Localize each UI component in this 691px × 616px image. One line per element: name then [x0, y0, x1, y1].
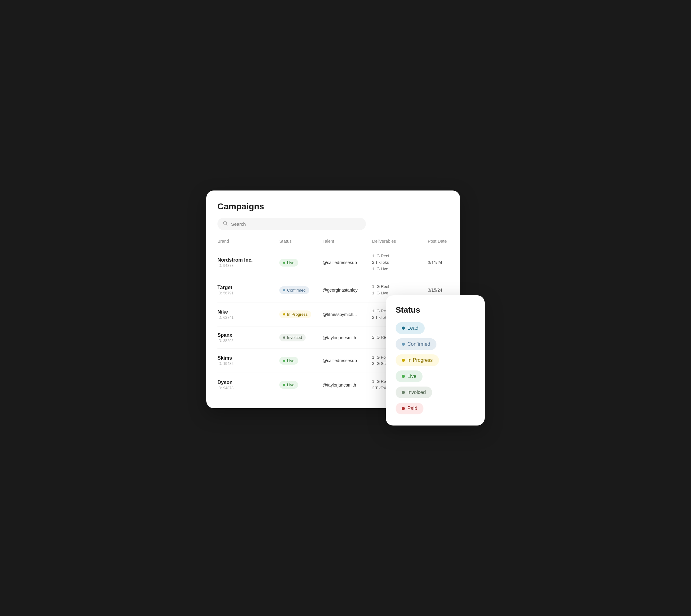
deliverables: 1 IG Reel1 IG Live: [372, 284, 428, 296]
brand-id: ID: 19482: [217, 361, 279, 366]
legend-label: Live: [407, 374, 416, 379]
brand-name: Spanx: [217, 332, 279, 338]
status-badge: Live: [279, 357, 298, 365]
legend-item-in-progress[interactable]: In Progress: [396, 354, 439, 366]
talent-handle: @georginastanley: [323, 288, 372, 292]
legend-label: In Progress: [407, 357, 433, 363]
status-badge: Invoiced: [279, 334, 306, 342]
legend-label: Lead: [407, 325, 418, 331]
status-dot: [283, 336, 285, 338]
status-legend-title: Status: [396, 305, 475, 315]
talent-handle: @taylorjanesmith: [323, 335, 372, 340]
page-title: Campaigns: [217, 202, 449, 212]
status-dot: [283, 289, 285, 291]
col-talent: Talent: [323, 239, 372, 244]
search-icon: [223, 221, 228, 227]
talent-handle: @fitnessbymich...: [323, 312, 372, 317]
legend-dot: [402, 327, 405, 330]
post-date: 3/15/24: [428, 288, 449, 292]
col-brand: Brand: [217, 239, 279, 244]
status-dot: [283, 313, 285, 315]
legend-item-confirmed[interactable]: Confirmed: [396, 338, 436, 350]
legend-dot: [402, 359, 405, 362]
post-date: 3/11/24: [428, 260, 449, 265]
brand-id: ID: 62741: [217, 315, 279, 320]
legend-label: Invoiced: [407, 390, 426, 395]
status-legend-list: LeadConfirmedIn ProgressLiveInvoicedPaid: [396, 322, 475, 414]
status-legend-card: Status LeadConfirmedIn ProgressLiveInvoi…: [386, 295, 485, 425]
status-badge: Live: [279, 381, 298, 389]
col-deliverables: Deliverables: [372, 239, 428, 244]
legend-dot: [402, 407, 405, 410]
legend-item-live[interactable]: Live: [396, 371, 423, 382]
status-badge: Confirmed: [279, 286, 309, 294]
brand-id: ID: 94878: [217, 263, 279, 268]
svg-line-1: [226, 224, 228, 225]
legend-dot: [402, 343, 405, 346]
table-row[interactable]: Nordstrom Inc. ID: 94878 Live@calliedres…: [217, 247, 449, 278]
status-badge: Live: [279, 259, 298, 267]
legend-label: Paid: [407, 406, 417, 411]
brand-name: Skims: [217, 355, 279, 361]
legend-dot: [402, 375, 405, 378]
status-dot: [283, 262, 285, 264]
status-dot: [283, 360, 285, 362]
brand-id: ID: 94878: [217, 386, 279, 390]
brand-id: ID: 56791: [217, 291, 279, 295]
scene: Campaigns Brand Status Talent Deliverabl…: [206, 191, 485, 425]
brand-id: ID: 38295: [217, 338, 279, 343]
status-dot: [283, 384, 285, 386]
status-badge: In Progress: [279, 310, 311, 318]
table-header: Brand Status Talent Deliverables Post Da…: [217, 239, 449, 247]
talent-handle: @taylorjanesmith: [323, 382, 372, 388]
brand-name: Dyson: [217, 380, 279, 385]
legend-dot: [402, 391, 405, 394]
legend-item-lead[interactable]: Lead: [396, 322, 425, 334]
talent-handle: @calliedressesup: [323, 358, 372, 363]
deliverables: 1 IG Reel2 TikToks1 IG Live: [372, 253, 428, 272]
search-bar[interactable]: [217, 218, 366, 230]
col-status: Status: [279, 239, 323, 244]
col-post-date: Post Date: [428, 239, 449, 244]
search-input[interactable]: [231, 221, 360, 227]
brand-name: Target: [217, 285, 279, 290]
brand-name: Nordstrom Inc.: [217, 257, 279, 263]
talent-handle: @calliedressesup: [323, 260, 372, 265]
brand-name: Nike: [217, 309, 279, 315]
legend-item-paid[interactable]: Paid: [396, 403, 424, 414]
legend-item-invoiced[interactable]: Invoiced: [396, 387, 432, 398]
legend-label: Confirmed: [407, 342, 430, 347]
